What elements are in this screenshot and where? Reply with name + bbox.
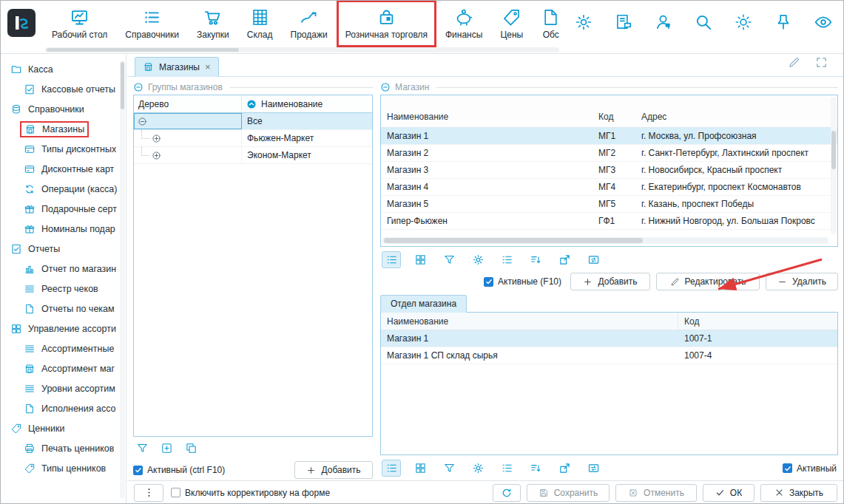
feedback-button[interactable] xyxy=(614,13,633,32)
expand-node-icon[interactable] xyxy=(152,134,161,143)
refresh-button[interactable] xyxy=(493,484,521,502)
expand-node-icon[interactable] xyxy=(152,151,161,160)
sidebar-item-tipy-diskontnykh[interactable]: Типы дисконтных xyxy=(1,139,126,159)
save-button[interactable]: Сохранить xyxy=(527,484,610,502)
filter-button[interactable] xyxy=(439,251,459,268)
store-row[interactable]: Магазин 4 МГ4 г. Екатеринбург, проспект … xyxy=(381,179,837,196)
close-button[interactable]: Закрыть xyxy=(760,484,837,502)
column-header-name[interactable]: Наименование xyxy=(381,313,678,330)
store-row[interactable]: Магазин 2 МГ2 г. Санкт-Петербург, Лахтин… xyxy=(381,145,837,162)
tree-filter-button[interactable] xyxy=(136,442,149,457)
topbar-item-prices[interactable]: Цены xyxy=(491,4,532,43)
search-button[interactable] xyxy=(694,13,713,32)
sidebar-item-urovni-assortimenta[interactable]: Уровни ассортим xyxy=(1,378,126,398)
sidebar-item-otchet-po-magazinam[interactable]: Отчет по магазин xyxy=(1,259,126,279)
view-grid-button[interactable] xyxy=(411,251,430,268)
dept-view-list-button[interactable] xyxy=(382,460,401,477)
user-button[interactable] xyxy=(654,13,673,32)
column-header-address[interactable]: Адрес xyxy=(635,112,830,127)
sidebar-item-pechat-tsennikov[interactable]: Печать ценников xyxy=(1,438,126,458)
sidebar-item-podarochnye-sertifikaty[interactable]: Подарочные серт xyxy=(1,199,126,219)
scrollbar-thumb[interactable] xyxy=(831,131,836,169)
tree-copy-button[interactable] xyxy=(185,442,198,457)
topbar-item-sales[interactable]: Продажи xyxy=(282,4,337,43)
edit-form-button[interactable] xyxy=(788,56,800,71)
dept-filter-button[interactable] xyxy=(439,460,459,477)
table-settings-button[interactable] xyxy=(468,251,487,268)
department-active-checkbox[interactable]: Активный xyxy=(783,463,837,474)
sort-ascending-icon[interactable] xyxy=(246,99,257,109)
column-header-name[interactable]: Наименование xyxy=(242,95,372,112)
collapse-circle-icon[interactable] xyxy=(380,82,391,92)
dept-export-button[interactable] xyxy=(555,460,574,477)
topbar-scrollbar-thumb[interactable] xyxy=(47,48,239,52)
store-row[interactable]: Магазин 1 МГ1 г. Москва, ул. Профсоюзная xyxy=(381,128,837,145)
dept-numbering-button[interactable] xyxy=(497,460,516,477)
stores-vertical-scrollbar[interactable] xyxy=(831,97,837,234)
settings-gear-button[interactable] xyxy=(574,13,593,32)
sidebar-item-tipy-tsennikov[interactable]: Типы ценников xyxy=(1,458,126,478)
dept-view-grid-button[interactable] xyxy=(411,460,430,477)
edit-store-button[interactable]: Редактировать xyxy=(656,273,760,290)
topbar-item-warehouse[interactable]: Склад xyxy=(238,4,282,43)
delete-store-button[interactable]: Удалить xyxy=(766,273,838,290)
sidebar-item-magaziny[interactable]: Магазины xyxy=(1,119,126,139)
sidebar-item-kassovye-otchety[interactable]: Кассовые отчеты xyxy=(1,79,126,99)
tree-row-all[interactable]: Все xyxy=(134,113,372,130)
add-store-button[interactable]: Добавить xyxy=(570,273,650,290)
sort-button[interactable] xyxy=(526,251,545,268)
form-adjust-checkbox[interactable]: Включить корректировку на форме xyxy=(171,488,330,498)
collapse-node-icon[interactable] xyxy=(138,117,147,126)
sidebar-scrollbar[interactable] xyxy=(120,61,125,498)
pin-button[interactable] xyxy=(774,13,793,32)
sidebar-item-reestr-chekov[interactable]: Реестр чеков xyxy=(1,279,126,299)
stores-active-checkbox[interactable]: Активные (F10) xyxy=(484,276,561,287)
sidebar-item-assortimentnye[interactable]: Ассортиментные xyxy=(1,338,126,358)
sidebar-item-operatsii-kassa[interactable]: Операции (касса) xyxy=(1,179,126,199)
view-list-button[interactable] xyxy=(382,251,401,268)
department-row[interactable]: Магазин 1 1007-1 xyxy=(381,330,837,347)
tab-close-icon[interactable]: × xyxy=(205,62,211,72)
numbering-button[interactable] xyxy=(497,251,516,268)
cancel-button[interactable]: Отменить xyxy=(615,484,697,502)
ok-button[interactable]: ОК xyxy=(703,484,754,502)
scrollbar-thumb[interactable] xyxy=(384,238,643,243)
group-active-checkbox[interactable]: Активный (ctrl F10) xyxy=(133,465,225,475)
kebab-menu-button[interactable] xyxy=(134,484,163,502)
brightness-button[interactable] xyxy=(734,13,753,32)
export-button[interactable] xyxy=(555,251,574,268)
store-row[interactable]: Гипер-Фьюжен ГФ1 г. Нижний Новгород, ул.… xyxy=(381,213,837,230)
topbar-item-finance[interactable]: Финансы xyxy=(436,4,491,43)
tree-add-button[interactable] xyxy=(161,442,173,457)
tree-row-fusion-market[interactable]: Фьюжен-Маркет xyxy=(134,130,372,147)
sidebar-item-spravochniki[interactable]: Справочники xyxy=(1,99,126,119)
column-header-code[interactable]: Код xyxy=(593,112,635,127)
tree-row-econom-market[interactable]: Эконом-Маркет xyxy=(134,147,372,164)
sidebar-item-otchety-po-chekam[interactable]: Отчеты по чекам xyxy=(1,299,126,319)
column-header-code[interactable]: Код xyxy=(678,313,837,330)
topbar-item-purchases[interactable]: Закупки xyxy=(188,4,238,43)
department-row[interactable]: Магазин 1 СП склад сырья 1007-4 xyxy=(381,347,837,364)
store-row[interactable]: Магазин 5 МГ5 г. Казань, проспект Победы xyxy=(381,196,837,213)
sidebar-item-otchety[interactable]: Отчеты xyxy=(1,239,126,259)
topbar-item-desktop[interactable]: Рабочий стол xyxy=(43,4,116,43)
tab-store-department[interactable]: Отдел магазина xyxy=(380,295,467,313)
column-header-tree[interactable]: Дерево xyxy=(134,95,242,112)
topbar-item-retail[interactable]: Розничная торговля xyxy=(337,0,436,47)
dept-sort-button[interactable] xyxy=(526,460,545,477)
sidebar-item-upravlenie-assortimentom[interactable]: Управление ассорти xyxy=(1,319,126,338)
sidebar-item-ispolneniya-assortimenta[interactable]: Исполнения ассо xyxy=(1,398,126,418)
sidebar-item-diskontnye-karty[interactable]: Дисконтные карт xyxy=(1,159,126,179)
collapse-circle-icon[interactable] xyxy=(133,82,144,92)
stores-horizontal-scrollbar[interactable] xyxy=(382,237,828,244)
sidebar-item-kassa[interactable]: Касса xyxy=(1,59,126,79)
topbar-scrollbar[interactable] xyxy=(45,47,559,52)
add-group-button[interactable]: Добавить xyxy=(294,461,373,479)
store-row[interactable]: Магазин 3 МГ3 г. Новосибирск, Красный пр… xyxy=(381,162,837,179)
tab-magaziny[interactable]: Магазины × xyxy=(135,57,219,77)
sidebar-scrollbar-thumb[interactable] xyxy=(121,62,124,109)
reload-table-button[interactable] xyxy=(584,251,603,268)
topbar-item-service[interactable]: Обс xyxy=(532,4,570,43)
sidebar-item-nominaly-podarochnykh[interactable]: Номиналы подар xyxy=(1,219,126,239)
sidebar-item-assortiment-magazinov[interactable]: Ассортимент маг xyxy=(1,358,126,378)
